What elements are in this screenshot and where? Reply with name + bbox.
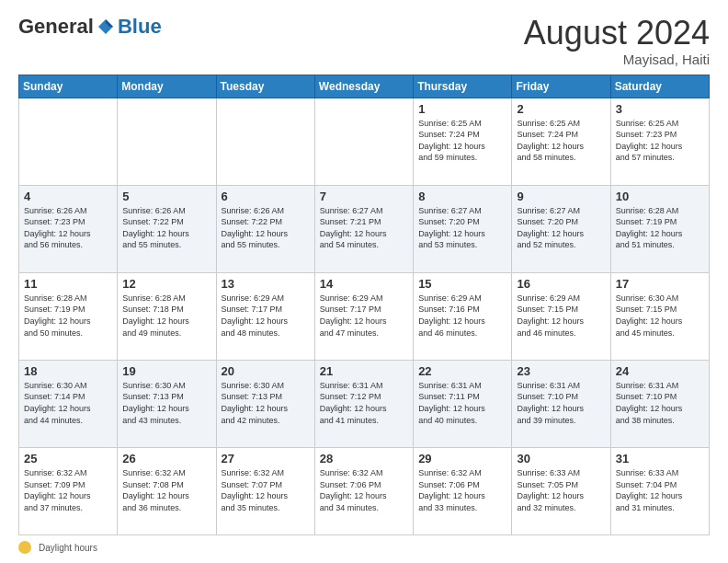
day-info: Sunrise: 6:32 AM Sunset: 7:06 PM Dayligh… [418,467,506,513]
calendar-cell: 22Sunrise: 6:31 AM Sunset: 7:11 PM Dayli… [414,360,512,447]
calendar-cell: 16Sunrise: 6:29 AM Sunset: 7:15 PM Dayli… [512,272,610,360]
calendar-week-2: 4Sunrise: 6:26 AM Sunset: 7:23 PM Daylig… [19,185,710,272]
logo: General Blue [18,15,162,39]
day-info: Sunrise: 6:31 AM Sunset: 7:10 PM Dayligh… [616,380,704,426]
calendar-cell: 9Sunrise: 6:27 AM Sunset: 7:20 PM Daylig… [512,185,610,272]
day-number: 3 [616,102,704,116]
day-number: 10 [616,190,704,203]
day-number: 28 [320,452,408,465]
day-number: 30 [517,452,605,465]
calendar-cell: 19Sunrise: 6:30 AM Sunset: 7:13 PM Dayli… [118,360,216,447]
day-number: 7 [320,190,408,203]
day-number: 12 [122,277,210,291]
header: General Blue August 2024 Mayisad, Haiti [18,15,710,67]
calendar-cell: 30Sunrise: 6:33 AM Sunset: 7:05 PM Dayli… [512,447,610,534]
day-number: 21 [320,364,408,378]
day-number: 8 [418,190,506,203]
logo-icon [97,17,115,36]
day-number: 6 [222,190,310,203]
day-number: 29 [418,452,506,465]
day-info: Sunrise: 6:28 AM Sunset: 7:19 PM Dayligh… [24,293,112,339]
calendar-cell: 23Sunrise: 6:31 AM Sunset: 7:10 PM Dayli… [512,360,610,447]
calendar-cell: 25Sunrise: 6:32 AM Sunset: 7:09 PM Dayli… [19,447,118,534]
calendar-week-4: 18Sunrise: 6:30 AM Sunset: 7:14 PM Dayli… [19,360,710,447]
day-info: Sunrise: 6:26 AM Sunset: 7:22 PM Dayligh… [122,205,210,251]
day-info: Sunrise: 6:27 AM Sunset: 7:20 PM Dayligh… [418,205,506,251]
calendar-body: 1Sunrise: 6:25 AM Sunset: 7:24 PM Daylig… [19,98,710,534]
day-number: 11 [24,277,112,291]
calendar-cell: 4Sunrise: 6:26 AM Sunset: 7:23 PM Daylig… [19,185,118,272]
day-info: Sunrise: 6:29 AM Sunset: 7:17 PM Dayligh… [222,293,310,339]
col-saturday: Saturday [610,75,709,98]
day-number: 25 [24,452,112,465]
calendar-cell: 11Sunrise: 6:28 AM Sunset: 7:19 PM Dayli… [19,272,118,360]
col-tuesday: Tuesday [216,75,314,98]
calendar-cell: 29Sunrise: 6:32 AM Sunset: 7:06 PM Dayli… [414,447,512,534]
day-number: 31 [616,452,704,465]
day-number: 4 [24,190,112,203]
logo-blue-text: Blue [118,15,162,39]
calendar-week-1: 1Sunrise: 6:25 AM Sunset: 7:24 PM Daylig… [19,98,710,185]
calendar-cell: 3Sunrise: 6:25 AM Sunset: 7:23 PM Daylig… [610,98,709,185]
calendar-cell: 24Sunrise: 6:31 AM Sunset: 7:10 PM Dayli… [610,360,709,447]
calendar-cell: 7Sunrise: 6:27 AM Sunset: 7:21 PM Daylig… [314,185,413,272]
day-info: Sunrise: 6:27 AM Sunset: 7:21 PM Dayligh… [320,205,408,251]
day-number: 19 [122,364,210,378]
day-info: Sunrise: 6:33 AM Sunset: 7:04 PM Dayligh… [616,467,704,513]
col-friday: Friday [512,75,610,98]
day-number: 27 [222,452,310,465]
calendar-cell: 31Sunrise: 6:33 AM Sunset: 7:04 PM Dayli… [610,447,709,534]
day-info: Sunrise: 6:26 AM Sunset: 7:23 PM Dayligh… [24,205,112,251]
day-info: Sunrise: 6:30 AM Sunset: 7:15 PM Dayligh… [616,293,704,339]
calendar-cell [19,98,118,185]
calendar: Sunday Monday Tuesday Wednesday Thursday… [18,75,710,535]
day-number: 13 [222,277,310,291]
footer: Daylight hours [18,541,710,554]
month-title: August 2024 [524,15,710,52]
calendar-header: Sunday Monday Tuesday Wednesday Thursday… [19,75,710,98]
day-number: 26 [122,452,210,465]
calendar-cell: 6Sunrise: 6:26 AM Sunset: 7:22 PM Daylig… [216,185,314,272]
day-number: 15 [418,277,506,291]
calendar-cell: 10Sunrise: 6:28 AM Sunset: 7:19 PM Dayli… [610,185,709,272]
calendar-cell [118,98,216,185]
title-block: August 2024 Mayisad, Haiti [524,15,710,67]
day-info: Sunrise: 6:25 AM Sunset: 7:24 PM Dayligh… [517,118,605,164]
day-info: Sunrise: 6:32 AM Sunset: 7:09 PM Dayligh… [24,467,112,513]
logo-text: General Blue [18,15,162,39]
day-info: Sunrise: 6:29 AM Sunset: 7:17 PM Dayligh… [320,293,408,339]
logo-general-text: General [18,15,94,39]
day-number: 5 [122,190,210,203]
calendar-cell: 26Sunrise: 6:32 AM Sunset: 7:08 PM Dayli… [118,447,216,534]
day-info: Sunrise: 6:32 AM Sunset: 7:08 PM Dayligh… [122,467,210,513]
col-sunday: Sunday [19,75,118,98]
day-info: Sunrise: 6:32 AM Sunset: 7:06 PM Dayligh… [320,467,408,513]
day-info: Sunrise: 6:31 AM Sunset: 7:11 PM Dayligh… [418,380,506,426]
calendar-cell: 20Sunrise: 6:30 AM Sunset: 7:13 PM Dayli… [216,360,314,447]
day-number: 16 [517,277,605,291]
day-number: 23 [517,364,605,378]
location: Mayisad, Haiti [524,52,710,67]
header-row: Sunday Monday Tuesday Wednesday Thursday… [19,75,710,98]
day-info: Sunrise: 6:29 AM Sunset: 7:15 PM Dayligh… [517,293,605,339]
day-number: 14 [320,277,408,291]
calendar-cell: 21Sunrise: 6:31 AM Sunset: 7:12 PM Dayli… [314,360,413,447]
day-number: 2 [517,102,605,116]
daylight-label: Daylight hours [39,543,97,553]
calendar-week-5: 25Sunrise: 6:32 AM Sunset: 7:09 PM Dayli… [19,447,710,534]
daylight-icon [18,541,31,554]
page: General Blue August 2024 Mayisad, Haiti … [0,0,728,563]
col-thursday: Thursday [414,75,512,98]
calendar-cell [216,98,314,185]
day-info: Sunrise: 6:28 AM Sunset: 7:18 PM Dayligh… [122,293,210,339]
calendar-cell: 12Sunrise: 6:28 AM Sunset: 7:18 PM Dayli… [118,272,216,360]
day-info: Sunrise: 6:32 AM Sunset: 7:07 PM Dayligh… [222,467,310,513]
calendar-cell: 14Sunrise: 6:29 AM Sunset: 7:17 PM Dayli… [314,272,413,360]
day-number: 18 [24,364,112,378]
calendar-cell: 17Sunrise: 6:30 AM Sunset: 7:15 PM Dayli… [610,272,709,360]
calendar-cell: 15Sunrise: 6:29 AM Sunset: 7:16 PM Dayli… [414,272,512,360]
day-number: 24 [616,364,704,378]
day-info: Sunrise: 6:31 AM Sunset: 7:12 PM Dayligh… [320,380,408,426]
calendar-cell: 8Sunrise: 6:27 AM Sunset: 7:20 PM Daylig… [414,185,512,272]
calendar-cell: 13Sunrise: 6:29 AM Sunset: 7:17 PM Dayli… [216,272,314,360]
